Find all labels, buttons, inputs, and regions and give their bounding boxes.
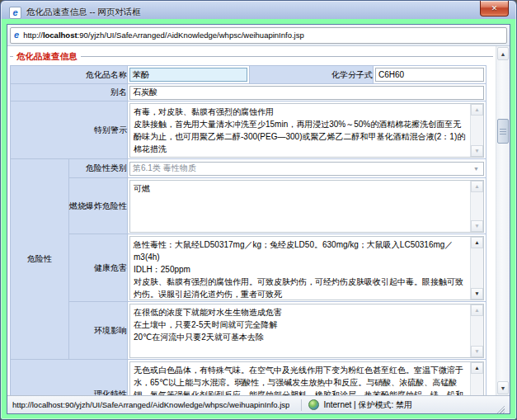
- name-input[interactable]: 苯酚: [129, 68, 247, 82]
- table-row: 环境影响 在很低的浓度下就能对水生生物造成危害 在土壤中，只要2-5天时间就可完…: [11, 302, 486, 360]
- url-path: :90/yjzh/UI/SafeArranged/AidKnowledge/wh…: [78, 31, 304, 40]
- close-icon: ✕: [491, 4, 498, 12]
- scroll-down-button[interactable]: ▼: [497, 381, 509, 394]
- field-label-environment: 环境影响: [69, 302, 128, 360]
- status-url: http://localhost:90/yjzh/UI/SafeArranged…: [12, 400, 289, 409]
- field-label-hazard-class: 危险性类别: [69, 159, 128, 178]
- table-row: 理化特性 无色或白色晶体，有特殊气味。在空气中及光线作用下变为粉红色甚至红色。室…: [11, 360, 486, 396]
- textarea-scrollbar[interactable]: ▲ ▼: [470, 362, 483, 396]
- hazard-class-select[interactable]: 第6.1类 毒性物质 ▼: [129, 162, 484, 176]
- textarea-scrollbar[interactable]: ▲ ▼: [470, 237, 483, 300]
- ie-page-icon: e: [14, 31, 19, 40]
- textarea-scrollbar[interactable]: ▲ ▼: [470, 181, 483, 232]
- hazard-class-value: 第6.1类 毒性物质: [133, 163, 196, 174]
- physchem-textarea[interactable]: 无色或白色晶体，有特殊气味。在空气中及光线作用下变为粉红色甚至红色。室温下微溶于…: [129, 361, 484, 396]
- url-input[interactable]: e http://localhost:90/yjzh/UI/SafeArrang…: [10, 27, 507, 44]
- field-label-flammability: 燃烧爆炸危险性: [69, 178, 128, 234]
- scroll-down-icon[interactable]: ▼: [471, 346, 483, 357]
- scroll-down-icon[interactable]: ▼: [471, 288, 483, 300]
- url-text: http://localhost:90/yjzh/UI/SafeArranged…: [23, 31, 304, 40]
- scroll-up-icon[interactable]: ▲: [471, 104, 483, 116]
- formula-input[interactable]: C6H60: [375, 68, 484, 82]
- field-label-formula: 化学分子式: [250, 66, 374, 84]
- field-label-hazard-group: 危险性: [11, 159, 69, 360]
- status-bar: http://localhost:90/yjzh/UI/SafeArranged…: [7, 395, 510, 413]
- page-content: 危化品速查信息 危化品名称 苯酚 化学分子式 C6H60 别名 石炭酸: [7, 46, 496, 395]
- scroll-up-icon: ▲: [501, 51, 506, 57]
- scroll-down-icon: ▼: [501, 385, 506, 391]
- client-area: e http://localhost:90/yjzh/UI/SafeArrang…: [7, 24, 510, 414]
- scroll-down-icon[interactable]: ▼: [471, 145, 483, 157]
- url-protocol: http://: [23, 31, 43, 40]
- scroll-up-icon[interactable]: ▲: [471, 362, 483, 374]
- close-button[interactable]: ✕: [480, 1, 509, 17]
- table-row: 燃烧爆炸危险性 可燃 ▲ ▼: [11, 178, 486, 234]
- status-zone-text: Internet | 保护模式: 禁用: [323, 399, 412, 411]
- field-label-physchem: 理化特性: [11, 360, 128, 396]
- address-bar: e http://localhost:90/yjzh/UI/SafeArrang…: [7, 25, 510, 46]
- environment-textarea[interactable]: 在很低的浓度下就能对水生生物造成危害 在土壤中，只要2-5天时间就可完全降解 2…: [129, 304, 484, 358]
- resize-grip[interactable]: [494, 403, 505, 413]
- url-host: localhost: [43, 31, 78, 40]
- ie-logo-icon: e: [9, 7, 21, 19]
- field-label-warning: 特别警示: [11, 101, 128, 159]
- scroll-up-icon[interactable]: ▲: [471, 237, 483, 248]
- titlebar: e 危化品速查信息 -- 网页对话框 ✕: [1, 1, 516, 24]
- field-label-health: 健康危害: [69, 234, 128, 302]
- scroll-thumb[interactable]: [497, 119, 509, 144]
- table-row: 别名 石炭酸: [11, 84, 486, 101]
- status-separator: [301, 399, 302, 411]
- table-row: 健康危害 急性毒性：大鼠经LD50317mg／kg；兔经皮LD50。630mg/…: [11, 234, 486, 302]
- section-header: 危化品速查信息: [10, 50, 493, 62]
- scroll-up-button[interactable]: ▲: [497, 47, 509, 60]
- table-row: 危化品名称 苯酚 化学分子式 C6H60: [11, 66, 486, 84]
- internet-zone-globe-icon: [308, 399, 319, 410]
- warning-textarea[interactable]: 有毒，对皮肤、黏膜有强烈的腐蚀作用 皮肤接触，首先用大量清水冲洗至少15min，…: [129, 103, 484, 158]
- health-textarea[interactable]: 急性毒性：大鼠经LD50317mg／kg；兔经皮LD50。630mg/kg；大鼠…: [129, 236, 484, 300]
- field-label-alias: 别名: [11, 84, 128, 101]
- textarea-scrollbar[interactable]: ▲ ▼: [470, 104, 483, 157]
- chevron-down-icon[interactable]: ▼: [470, 163, 482, 174]
- window-title: 危化品速查信息 -- 网页对话框: [26, 7, 141, 18]
- flammability-textarea[interactable]: 可燃 ▲ ▼: [129, 180, 484, 233]
- scroll-thumb-grip-icon: [500, 129, 506, 134]
- scroll-up-icon[interactable]: ▲: [471, 181, 483, 192]
- chemical-info-table: 危化品名称 苯酚 化学分子式 C6H60 别名 石炭酸 特别警示 有毒，对皮: [10, 65, 486, 395]
- table-row: 危险性 危险性类别 第6.1类 毒性物质 ▼: [11, 159, 486, 178]
- alias-input[interactable]: 石炭酸: [129, 86, 484, 100]
- dialog-window: e 危化品速查信息 -- 网页对话框 ✕ e http://localhost:…: [0, 0, 517, 420]
- scroll-down-icon[interactable]: ▼: [471, 220, 483, 232]
- scroll-up-icon[interactable]: ▲: [471, 304, 483, 316]
- document-area: 危化品速查信息 危化品名称 苯酚 化学分子式 C6H60 别名 石炭酸: [7, 46, 510, 395]
- textarea-scrollbar[interactable]: ▲ ▼: [470, 304, 483, 357]
- field-label-name: 危化品名称: [11, 66, 128, 84]
- table-row: 特别警示 有毒，对皮肤、黏膜有强烈的腐蚀作用 皮肤接触，首先用大量清水冲洗至少1…: [11, 101, 486, 159]
- fieldset-line: [10, 56, 493, 57]
- section-title: 危化品速查信息: [13, 50, 81, 62]
- vertical-scrollbar[interactable]: ▲ ▼: [496, 46, 510, 395]
